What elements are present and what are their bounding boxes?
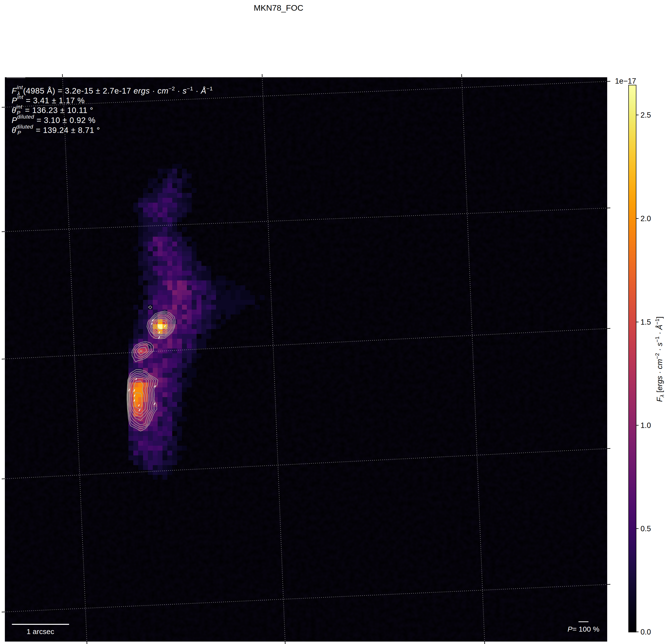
svg-text:0.5: 0.5 (640, 524, 651, 533)
svg-text:1 arcsec: 1 arcsec (27, 627, 54, 635)
svg-text:2.0: 2.0 (640, 214, 651, 223)
svg-text:0.0: 0.0 (640, 628, 651, 636)
svg-text:2.5: 2.5 (640, 111, 651, 119)
svg-text:Fintλ(4985 Å) = 3.2e-15 ± 2.7e: Fintλ(4985 Å) = 3.2e-15 ± 2.7e-17 ergs ·… (12, 84, 213, 96)
svg-text:P= 100 %: P= 100 % (567, 625, 599, 633)
svg-text:MKN78_FOC: MKN78_FOC (254, 3, 303, 12)
svg-text:Fλ [ergs · cm−2 · s−1 · Å−1]: Fλ [ergs · cm−2 · s−1 · Å−1] (654, 316, 665, 402)
svg-text:1.0: 1.0 (640, 421, 651, 430)
svg-text:1.5: 1.5 (640, 318, 651, 326)
svg-text:1e−17: 1e−17 (615, 77, 636, 85)
